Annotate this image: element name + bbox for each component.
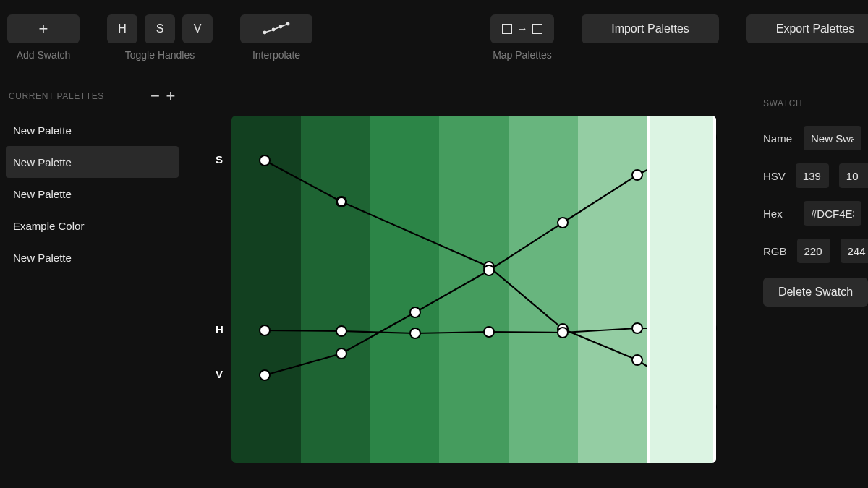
palette-item[interactable]: New Palette [6,114,179,146]
hex-label: Hex [763,207,793,220]
curve-handle[interactable] [409,328,421,339]
toggle-handles-label: Toggle Handles [125,49,195,61]
name-input[interactable] [804,126,861,150]
curve-handle[interactable] [483,265,495,276]
toggle-handles-row: H S V [107,14,213,43]
toggle-h-button[interactable]: H [107,14,137,43]
svg-point-1 [272,28,276,32]
svg-point-3 [286,22,290,25]
curve-handle[interactable] [259,369,271,381]
palette-item[interactable]: New Palette [6,241,179,273]
curve-handle[interactable] [631,354,643,366]
canvas-area: S H V [184,72,763,488]
svg-point-0 [263,31,267,35]
hsv-label: HSV [763,170,786,182]
swatch-panel: SWATCH Name HSV Hex RGB Delete Swatch [763,72,868,488]
curve-handle[interactable] [259,155,271,166]
remove-palette-button[interactable] [150,87,160,106]
palette-item[interactable]: New Palette [6,178,179,210]
plus-icon [39,20,48,38]
add-swatch-group: Add Swatch [7,14,80,61]
add-swatch-label: Add Swatch [17,49,71,61]
map-palettes-button[interactable]: → [490,14,554,43]
export-palettes-button[interactable]: Export Palettes [746,14,868,43]
rgb-field: RGB [763,239,868,263]
map-palettes-group: → Map Palettes [490,14,554,61]
rgb-g-input[interactable] [841,239,868,263]
add-palette-button[interactable] [166,87,176,106]
curve-handle[interactable] [336,348,347,359]
palettes-header: CURRENT PALETTES [6,87,179,114]
svg-point-2 [279,25,283,29]
map-palettes-icon: → [502,22,542,35]
rgb-r-input[interactable] [797,239,830,263]
import-group: Import Palettes [582,14,719,43]
palettes-sidebar: CURRENT PALETTES New PaletteNew PaletteN… [0,72,184,488]
export-group: Export Palettes [746,14,868,43]
axis-label-s: S [216,153,223,166]
curve-handle[interactable] [336,196,347,207]
toggle-s-button[interactable]: S [145,14,175,43]
swatch-panel-title: SWATCH [763,98,868,126]
hsv-s-input[interactable] [839,163,868,188]
handle-layer [231,116,716,463]
toggle-handles-group: H S V Toggle Handles [107,14,213,61]
curve-handle[interactable] [631,322,643,334]
axis-label-v: V [216,368,223,380]
curve-handle[interactable] [557,327,569,338]
name-label: Name [763,132,793,145]
toolbar: Add Swatch H S V Toggle Handles Interpol… [0,0,868,72]
canvas-wrap: S H V [231,116,716,463]
curve-handle[interactable] [259,325,271,336]
curve-handle[interactable] [336,325,347,337]
rgb-label: RGB [763,245,787,257]
add-swatch-button[interactable] [7,14,80,43]
interpolate-group: Interpolate [240,14,312,61]
palette-item[interactable]: New Palette [6,146,179,178]
import-palettes-button[interactable]: Import Palettes [582,14,719,43]
palette-item[interactable]: Example Color [6,210,179,241]
interpolate-icon [262,22,291,35]
interpolate-label: Interpolate [252,49,300,61]
main: CURRENT PALETTES New PaletteNew PaletteN… [0,72,868,488]
hex-input[interactable] [804,201,861,226]
curve-handle[interactable] [557,217,569,228]
hsv-field: HSV [763,163,868,188]
hex-field: Hex [763,201,868,226]
curve-handle[interactable] [409,307,421,318]
name-field: Name [763,126,868,150]
map-palettes-label: Map Palettes [493,49,552,61]
palettes-title: CURRENT PALETTES [9,91,104,101]
curve-handle[interactable] [631,169,643,181]
palette-list: New PaletteNew PaletteNew PaletteExample… [6,114,179,273]
axis-label-h: H [216,323,224,335]
curve-handle[interactable] [483,326,495,338]
interpolate-button[interactable] [240,14,312,43]
delete-swatch-button[interactable]: Delete Swatch [763,278,868,307]
hsv-h-input[interactable] [796,163,829,188]
swatch-column[interactable] [647,116,716,463]
toggle-v-button[interactable]: V [182,14,213,43]
